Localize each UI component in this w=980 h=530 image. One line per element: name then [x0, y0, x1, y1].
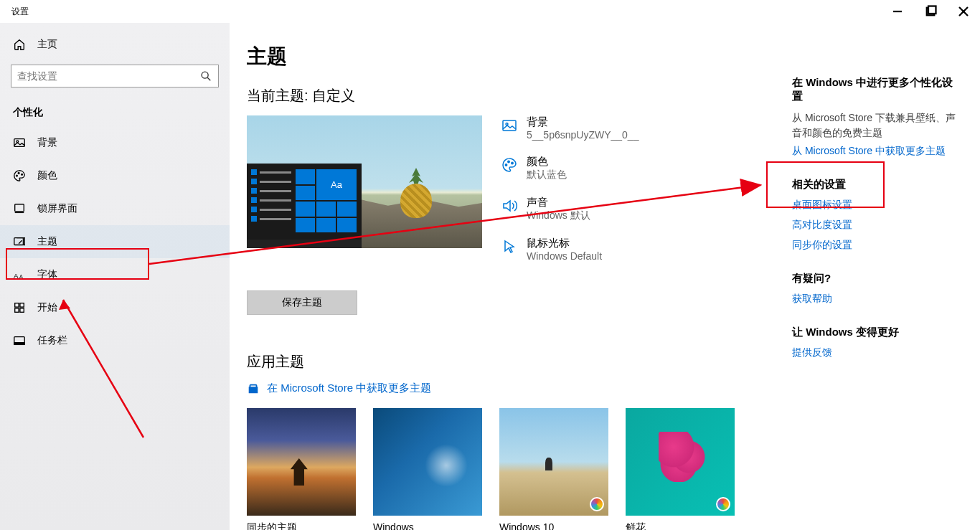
sidebar-item-start[interactable]: 开始	[0, 291, 230, 324]
theme-name: 同步的主题	[247, 521, 356, 530]
window-controls	[881, 0, 980, 23]
svg-rect-14	[14, 238, 24, 245]
svg-rect-20	[20, 308, 24, 312]
right-heading: 相关的设置	[792, 178, 963, 191]
sound-icon	[501, 197, 518, 214]
search-box[interactable]	[11, 65, 219, 87]
right-link-help[interactable]: 获取帮助	[792, 293, 963, 306]
home-icon	[13, 38, 26, 51]
cursor-icon	[501, 238, 518, 255]
current-theme-heading: 当前主题: 自定义	[247, 86, 778, 105]
theme-card[interactable]: Windows1 个图像	[373, 408, 482, 530]
sidebar-item-lockscreen[interactable]: 锁屏界面	[0, 192, 230, 225]
right-heading: 在 Windows 中进行更多个性化设置	[792, 76, 963, 103]
svg-rect-17	[15, 303, 19, 307]
sidebar-item-color[interactable]: 颜色	[0, 159, 230, 192]
right-link-feedback[interactable]: 提供反馈	[792, 346, 963, 359]
sidebar-item-theme[interactable]: 主题	[0, 225, 230, 258]
prop-title: 声音	[527, 196, 590, 209]
prop-value: Windows 默认	[527, 209, 590, 222]
sidebar-category: 个性化	[0, 93, 230, 126]
right-heading: 让 Windows 变得更好	[792, 326, 963, 339]
right-link-high-contrast[interactable]: 高对比度设置	[792, 219, 963, 232]
svg-point-8	[17, 141, 19, 143]
maximize-button[interactable]	[914, 0, 947, 23]
save-theme-button[interactable]: 保存主题	[247, 290, 357, 315]
palette-icon	[501, 156, 518, 174]
sidebar-home-label: 主页	[37, 38, 57, 51]
svg-point-24	[506, 123, 508, 126]
prop-title: 鼠标光标	[527, 237, 602, 250]
svg-rect-2	[928, 6, 936, 14]
right-link-desktop-icon[interactable]: 桌面图标设置	[792, 199, 963, 212]
sidebar-item-label: 锁屏界面	[37, 202, 77, 215]
right-more-personalize: 在 Windows 中进行更多个性化设置 从 Microsoft Store 下…	[792, 76, 963, 158]
start-icon	[13, 301, 26, 314]
minimize-button[interactable]	[881, 0, 914, 23]
theme-prop-background[interactable]: 背景 5__5p6snpUyZWY__0__	[501, 115, 778, 141]
theme-card[interactable]: 同步的主题15 个图像	[247, 408, 356, 530]
search-icon[interactable]	[199, 70, 212, 85]
svg-rect-18	[20, 303, 24, 307]
theme-thumbnail	[499, 408, 608, 516]
sidebar-item-font[interactable]: AA 字体	[0, 258, 230, 291]
theme-prop-color[interactable]: 颜色 默认蓝色	[501, 155, 778, 181]
right-desc: 从 Microsoft Store 下载兼具壁纸、声音和颜色的免费主题	[792, 110, 963, 141]
theme-icon	[13, 235, 26, 248]
svg-point-27	[512, 162, 513, 164]
image-icon	[501, 117, 518, 134]
sidebar-item-background[interactable]: 背景	[0, 126, 230, 159]
right-link-store[interactable]: 从 Microsoft Store 中获取更多主题	[792, 145, 963, 158]
theme-thumbnail	[247, 408, 356, 516]
theme-prop-cursor[interactable]: 鼠标光标 Windows Default	[501, 237, 778, 262]
right-heading: 有疑问?	[792, 272, 963, 285]
svg-point-11	[22, 174, 23, 175]
store-icon	[247, 382, 260, 395]
store-link-label: 在 Microsoft Store 中获取更多主题	[267, 382, 431, 395]
svg-rect-22	[14, 343, 24, 345]
sidebar-home[interactable]: 主页	[0, 29, 230, 60]
color-wheel-badge-icon	[716, 497, 730, 511]
theme-preview-image[interactable]: Aa	[247, 115, 482, 248]
svg-point-5	[202, 72, 208, 78]
image-icon	[13, 136, 26, 149]
svg-point-9	[17, 175, 18, 176]
theme-prop-sound[interactable]: 声音 Windows 默认	[501, 196, 778, 222]
sidebar-item-taskbar[interactable]: 任务栏	[0, 324, 230, 357]
svg-rect-23	[503, 120, 516, 131]
prop-value: Windows Default	[527, 250, 602, 262]
theme-card[interactable]: Windows 105 个图像	[499, 408, 608, 530]
svg-point-25	[505, 164, 507, 166]
svg-text:A: A	[19, 273, 23, 280]
palette-icon	[13, 169, 26, 182]
right-link-sync[interactable]: 同步你的设置	[792, 239, 963, 252]
sidebar-item-label: 任务栏	[37, 334, 67, 347]
svg-text:A: A	[14, 272, 19, 280]
search-input[interactable]	[11, 65, 192, 87]
store-link[interactable]: 在 Microsoft Store 中获取更多主题	[247, 382, 778, 395]
lock-screen-icon	[13, 202, 26, 215]
right-improve: 让 Windows 变得更好 提供反馈	[792, 326, 963, 359]
theme-name: Windows 10	[499, 521, 608, 530]
theme-name: Windows	[373, 521, 482, 530]
svg-point-26	[508, 161, 509, 162]
prop-value: 5__5p6snpUyZWY__0__	[527, 129, 639, 141]
sidebar-item-label: 颜色	[37, 169, 57, 182]
sidebar: 主页 个性化 背景 颜色 锁屏界面 主题	[0, 23, 230, 530]
right-related: 相关的设置 桌面图标设置 高对比度设置 同步你的设置	[792, 178, 963, 252]
prop-title: 颜色	[527, 155, 567, 169]
svg-rect-12	[15, 204, 24, 212]
close-button[interactable]	[947, 0, 980, 23]
color-wheel-badge-icon	[590, 497, 604, 511]
taskbar-icon	[13, 334, 26, 347]
theme-thumbnail	[626, 408, 735, 516]
window-title: 设置	[11, 6, 881, 18]
svg-rect-19	[15, 308, 19, 312]
theme-card[interactable]: 鲜花6 个图像	[626, 408, 735, 530]
prop-title: 背景	[527, 115, 639, 129]
svg-rect-7	[14, 139, 24, 147]
font-icon: AA	[13, 268, 26, 281]
sidebar-item-label: 开始	[37, 301, 57, 314]
theme-thumbnail	[373, 408, 482, 516]
apply-theme-heading: 应用主题	[247, 352, 778, 372]
